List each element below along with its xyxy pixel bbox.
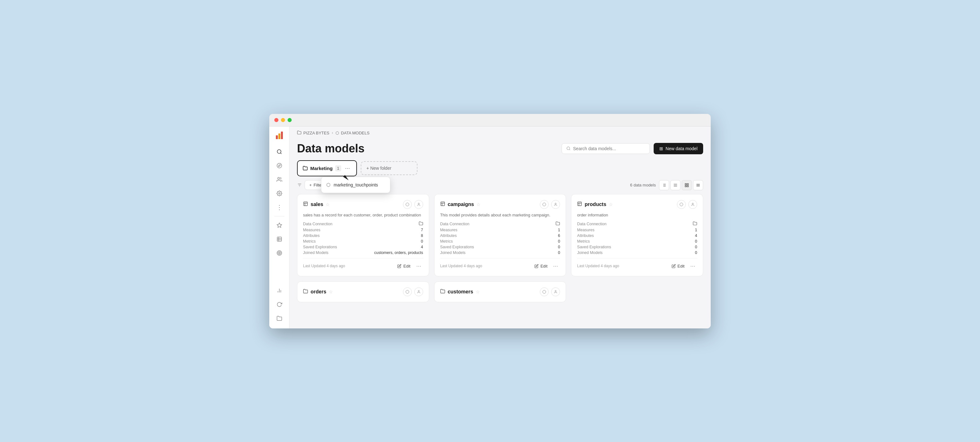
card-actions-customers	[540, 287, 560, 296]
user-btn-campaigns[interactable]	[551, 200, 560, 209]
breadcrumb-pizza-bytes[interactable]: PIZZA BYTES	[297, 130, 329, 136]
svg-point-3	[277, 177, 279, 179]
dropdown-item-marketing-touchpoints[interactable]: ⬡ marketing_touchpoints	[321, 179, 390, 191]
new-folder-label: + New folder	[366, 166, 391, 171]
search-box[interactable]	[562, 143, 650, 154]
stat-measures-label: Measures	[303, 228, 320, 232]
close-button[interactable]	[274, 118, 278, 122]
search-icon	[566, 146, 571, 151]
sidebar-explore-icon[interactable]	[273, 159, 286, 172]
stat-measures-campaigns: Measures 1	[440, 228, 560, 232]
svg-point-44	[418, 290, 419, 292]
breadcrumb-label-models: DATA MODELS	[341, 131, 369, 136]
svg-rect-27	[687, 183, 688, 185]
user-btn-customers[interactable]	[551, 287, 560, 296]
stat-attributes-sales: Attributes 8	[303, 233, 423, 238]
sidebar-users-icon[interactable]	[273, 173, 286, 186]
more-button-products[interactable]: ⋯	[688, 262, 697, 270]
user-btn-products[interactable]	[688, 200, 697, 209]
minimize-button[interactable]	[281, 118, 285, 122]
card-stats-campaigns: Data Connection Measures 1 Attributes 6	[440, 221, 560, 255]
sidebar-chart-icon[interactable]	[273, 284, 286, 297]
star-icon-products[interactable]: ☆	[609, 202, 613, 207]
maximize-button[interactable]	[288, 118, 292, 122]
edit-button-products[interactable]: Edit	[669, 262, 687, 270]
user-btn-sales[interactable]	[414, 200, 423, 209]
marketing-folder[interactable]: Marketing 1 ⋯	[297, 160, 357, 176]
last-updated-campaigns: Last Updated 4 days ago	[440, 264, 482, 268]
card-header-sales: sales ☆	[303, 200, 423, 209]
select-btn-orders[interactable]	[403, 287, 412, 296]
svg-point-38	[542, 203, 546, 206]
folder-stat-icon-campaigns	[555, 221, 560, 227]
sidebar-refresh-icon[interactable]	[273, 298, 286, 311]
select-btn-products[interactable]	[677, 200, 686, 209]
stat-data-connection-sales: Data Connection	[303, 221, 423, 227]
breadcrumb: PIZZA BYTES › ⬡ DATA MODELS	[297, 130, 369, 136]
more-button-sales[interactable]: ⋯	[414, 262, 423, 270]
edit-label-sales: Edit	[403, 264, 410, 268]
new-model-btn-label: New data model	[666, 146, 697, 151]
stat-joined-label: Joined Models	[303, 251, 329, 255]
stat-attributes-label: Attributes	[303, 233, 320, 238]
card-actions-campaigns	[540, 200, 560, 209]
star-icon-orders[interactable]: ☆	[329, 289, 333, 294]
sidebar-settings-icon[interactable]	[273, 187, 286, 200]
new-folder-button[interactable]: + New folder	[361, 161, 417, 175]
card-actions-sales	[403, 200, 423, 209]
more-button-campaigns[interactable]: ⋯	[551, 262, 560, 270]
sidebar-table-icon[interactable]	[273, 233, 286, 246]
stat-saved-value: 4	[421, 245, 423, 249]
select-btn-customers[interactable]	[540, 287, 549, 296]
grid-view-button[interactable]	[682, 180, 692, 190]
model-card-products: products ☆ order information	[571, 194, 703, 277]
select-btn-campaigns[interactable]	[540, 200, 549, 209]
stat-measures-products: Measures 1	[577, 228, 697, 232]
sidebar-search-icon[interactable]	[273, 145, 286, 158]
card-title-row-orders: orders ☆	[303, 289, 333, 295]
view-buttons	[659, 180, 703, 190]
svg-rect-26	[685, 183, 686, 185]
star-icon-campaigns[interactable]: ☆	[476, 202, 480, 207]
titlebar	[269, 114, 711, 126]
list-view-button[interactable]	[670, 180, 681, 190]
stat-saved-label: Saved Explorations	[303, 245, 337, 249]
model-icon-campaigns	[440, 201, 445, 207]
stat-attributes-products: Attributes 4	[577, 233, 697, 238]
new-model-icon: ⊞	[659, 146, 663, 151]
new-data-model-button[interactable]: ⊞ New data model	[654, 143, 703, 154]
model-card-orders: orders ☆	[297, 281, 429, 302]
sidebar-more-icon[interactable]: ⋮	[273, 201, 286, 214]
edit-button-campaigns[interactable]: Edit	[532, 262, 550, 270]
select-btn-sales[interactable]	[403, 200, 412, 209]
card-header-customers: customers ☆	[440, 287, 560, 296]
breadcrumb-data-models[interactable]: ⬡ DATA MODELS	[336, 131, 369, 136]
svg-point-35	[406, 203, 409, 206]
model-description-campaigns: This model provides details about each m…	[440, 212, 560, 218]
card-header-products: products ☆	[577, 200, 697, 209]
compact-view-button[interactable]	[693, 180, 703, 190]
user-btn-orders[interactable]	[414, 287, 423, 296]
card-header-campaigns: campaigns ☆	[440, 200, 560, 209]
edit-button-sales[interactable]: Edit	[395, 262, 413, 270]
svg-point-41	[680, 203, 683, 206]
model-count-label: 6 data models	[630, 183, 656, 187]
svg-point-36	[418, 203, 419, 204]
folder-stat-icon-sales	[419, 221, 423, 227]
dropdown-menu: ⬡ marketing_touchpoints	[321, 177, 390, 193]
last-updated-products: Last Updated 4 days ago	[577, 264, 619, 268]
star-icon-sales[interactable]: ☆	[326, 202, 330, 207]
stat-attributes-value: 8	[421, 233, 423, 238]
search-input[interactable]	[573, 146, 645, 151]
star-icon-customers[interactable]: ☆	[476, 289, 480, 294]
traffic-lights	[274, 118, 292, 122]
sidebar-target-icon[interactable]	[273, 247, 286, 259]
sidebar-folder-icon[interactable]	[273, 312, 286, 325]
folder-menu-button[interactable]: ⋯	[344, 165, 351, 172]
sidebar-favorites-icon[interactable]	[273, 219, 286, 231]
svg-point-9	[279, 252, 280, 253]
toolbar-right: 6 data models	[630, 180, 703, 190]
svg-point-39	[555, 203, 556, 204]
sort-button[interactable]	[659, 180, 669, 190]
stat-metrics-sales: Metrics 0	[303, 239, 423, 244]
